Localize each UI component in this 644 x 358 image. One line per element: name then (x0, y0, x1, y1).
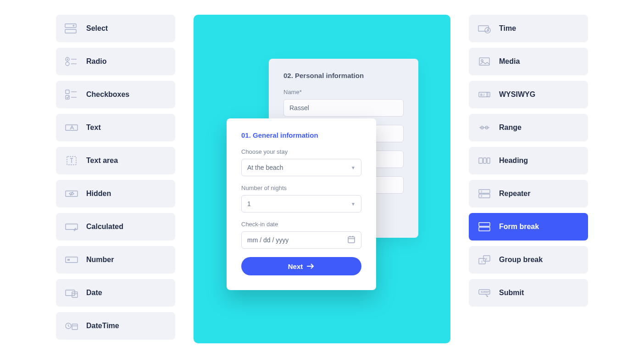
widget-label: Number (86, 256, 114, 264)
svg-text:I: I (483, 93, 485, 96)
time-icon (477, 22, 492, 35)
number-icon (64, 253, 79, 266)
datetime-icon (64, 319, 79, 332)
name-value: Rassel (289, 104, 309, 112)
step1-title: 01. General information (241, 131, 361, 139)
svg-rect-15 (66, 224, 78, 229)
widget-label: Date (86, 289, 102, 297)
widget-select[interactable]: Select (56, 15, 175, 42)
chevron-down-icon: ▼ (351, 165, 355, 170)
widget-textarea[interactable]: Text area (56, 147, 175, 174)
step2-title: 02. Personal information (283, 72, 404, 79)
svg-text:B: B (480, 93, 483, 96)
chevron-down-icon: ▼ (351, 201, 355, 207)
widget-label: Text (86, 123, 101, 132)
widget-hidden[interactable]: Hidden (56, 180, 175, 207)
svg-rect-16 (66, 257, 78, 263)
textarea-icon (64, 154, 79, 167)
arrow-right-icon (306, 263, 315, 269)
widget-label: Hidden (86, 190, 111, 198)
widget-heading[interactable]: Heading (469, 147, 588, 174)
left-widget-list: Select Radio Checkboxes Text Text area (56, 15, 175, 340)
range-icon (477, 121, 492, 134)
svg-rect-1 (65, 29, 76, 33)
svg-rect-23 (348, 237, 355, 243)
widget-label: Range (499, 123, 522, 132)
form-step-1-card: 01. General information Choose your stay… (227, 118, 376, 290)
checkboxes-icon (64, 88, 79, 101)
svg-rect-49 (479, 227, 490, 231)
widget-date[interactable]: Date (56, 279, 175, 307)
widget-label: Repeater (499, 190, 530, 198)
hidden-icon (64, 187, 79, 200)
widget-label: Form break (499, 223, 539, 231)
right-widget-list: Time Media BI WYSIWYG Range Heading (469, 15, 588, 307)
next-button[interactable]: Next (241, 257, 361, 275)
stay-label: Choose your stay (241, 148, 361, 155)
text-icon (64, 121, 79, 134)
svg-rect-28 (478, 26, 489, 31)
svg-rect-43 (487, 158, 490, 163)
nights-label: Number of nights (241, 185, 361, 191)
heading-icon (477, 154, 492, 167)
calendar-icon (347, 235, 355, 245)
svg-point-5 (66, 62, 69, 66)
widget-radio[interactable]: Radio (56, 48, 175, 75)
svg-point-31 (481, 60, 483, 62)
wysiwyg-icon: BI (477, 88, 492, 101)
widget-formbreak[interactable]: Form break (469, 213, 588, 241)
svg-rect-11 (66, 125, 78, 130)
svg-rect-41 (479, 158, 483, 163)
checkin-input[interactable]: mm / dd / yyyy (241, 231, 361, 249)
widget-label: Submit (499, 289, 524, 297)
widget-label: Group break (499, 256, 543, 264)
name-label: Name* (283, 89, 404, 95)
nights-select[interactable]: 1 ▼ (241, 195, 361, 213)
widget-groupbreak[interactable]: 12 Group break (469, 246, 588, 274)
checkin-placeholder: mm / dd / yyyy (247, 236, 289, 244)
date-icon (64, 286, 79, 299)
widget-range[interactable]: Range (469, 114, 588, 141)
checkin-label: Check-in date (241, 221, 361, 228)
svg-rect-7 (66, 90, 69, 94)
svg-text:2: 2 (486, 257, 488, 260)
widget-repeater[interactable]: 12 Repeater (469, 180, 588, 207)
form-canvas: 02. Personal information Name* Rassel 01… (194, 15, 450, 343)
widget-submit[interactable]: SUBMIT Submit (469, 279, 588, 307)
groupbreak-icon: 12 (477, 253, 492, 266)
widget-label: DateTime (86, 322, 119, 330)
submit-icon: SUBMIT (477, 286, 492, 299)
widget-label: WYSIWYG (499, 90, 535, 99)
svg-text:2: 2 (481, 195, 483, 197)
svg-rect-42 (483, 158, 486, 163)
widget-checkboxes[interactable]: Checkboxes (56, 81, 175, 108)
widget-calculated[interactable]: Calculated (56, 213, 175, 241)
widget-media[interactable]: Media (469, 48, 588, 75)
widget-time[interactable]: Time (469, 15, 588, 42)
widget-label: Time (499, 24, 516, 33)
name-input[interactable]: Rassel (283, 99, 404, 117)
radio-icon (64, 55, 79, 68)
widget-label: Text area (86, 157, 118, 165)
widget-label: Select (86, 24, 108, 33)
nights-value: 1 (247, 200, 251, 207)
formbreak-icon (477, 220, 492, 233)
widget-wysiwyg[interactable]: BI WYSIWYG (469, 81, 588, 108)
widget-datetime[interactable]: DateTime (56, 312, 175, 340)
svg-rect-21 (72, 324, 78, 330)
svg-point-3 (67, 59, 68, 60)
svg-text:SUBMIT: SUBMIT (481, 291, 489, 293)
widget-text[interactable]: Text (56, 114, 175, 141)
media-icon (477, 55, 492, 68)
widget-label: Calculated (86, 223, 123, 231)
repeater-icon: 12 (477, 187, 492, 200)
widget-number[interactable]: Number (56, 246, 175, 274)
widget-label: Heading (499, 157, 528, 165)
select-icon (64, 22, 79, 35)
svg-text:1: 1 (481, 190, 483, 193)
svg-rect-48 (479, 223, 490, 226)
svg-rect-17 (66, 290, 75, 296)
calculated-icon (64, 220, 79, 233)
stay-select[interactable]: At the beach ▼ (241, 159, 361, 176)
stay-value: At the beach (247, 164, 283, 171)
